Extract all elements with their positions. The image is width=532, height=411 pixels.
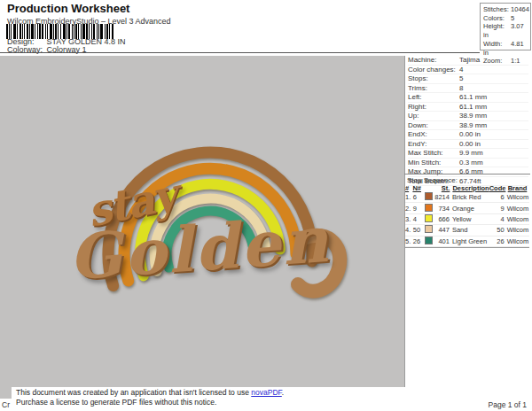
- info-value: 61.1 mm: [459, 93, 528, 102]
- info-row: Stitches: 10464: [483, 5, 530, 14]
- stop-number: 1.: [405, 193, 413, 201]
- thread-color-chip: [425, 237, 433, 244]
- info-row: Max Jump: 6.6 mm: [408, 167, 528, 177]
- thread-description: Brick Red: [452, 193, 490, 201]
- col-header-description: Description: [452, 184, 489, 192]
- info-value: 0.00 in: [459, 140, 528, 149]
- thread-color-chip: [425, 204, 433, 212]
- info-row: Machine: Tajima: [408, 56, 528, 66]
- thread-description: Light Green: [452, 237, 490, 245]
- stop-sequence-divider: [404, 174, 530, 174]
- production-worksheet-page: Production Worksheet Wilcom EmbroiderySt…: [0, 0, 532, 411]
- info-label: Stops:: [408, 74, 459, 83]
- info-label: Trims:: [408, 84, 459, 93]
- machine-info-list: Machine: Tajima Color changes: 4 Stops: …: [408, 56, 528, 186]
- info-row: Width: 4.81 in: [483, 40, 530, 57]
- info-label: Max Stitch:: [408, 149, 459, 158]
- info-value: 38.9 mm: [459, 121, 528, 130]
- col-header-stitch: St.: [424, 184, 450, 192]
- thread-color-chip: [425, 192, 433, 200]
- col-header-needle: N#: [412, 184, 424, 192]
- info-row: Min Stitch: 0.3 mm: [408, 159, 528, 168]
- info-value: 10464: [511, 5, 529, 13]
- info-value: 38.9 mm: [459, 112, 528, 120]
- stop-sequence-row: 2. 9 734 Orange 9 Wilcom: [405, 203, 529, 213]
- notice-period: .: [282, 388, 284, 397]
- info-value: 6.6 mm: [459, 167, 528, 176]
- page-title: Production Worksheet: [7, 2, 129, 15]
- thread-code: 50: [490, 226, 505, 234]
- info-row: Left: 61.1 mm: [408, 93, 528, 103]
- stop-number: 4.: [405, 226, 413, 234]
- thread-code: 6: [490, 193, 505, 201]
- stitch-code: 8214: [434, 193, 450, 201]
- thread-brand: Wilcom: [507, 226, 529, 234]
- info-row: Trims: 8: [408, 84, 528, 94]
- stop-number: 3.: [405, 215, 413, 223]
- stitch-code: 447: [434, 226, 450, 234]
- thread-brand: Wilcom: [507, 237, 529, 245]
- info-value: Tajima: [459, 56, 528, 65]
- thread-swatch: [425, 192, 434, 202]
- col-header-code: Code: [489, 184, 505, 192]
- info-label: Min Stitch:: [408, 159, 459, 167]
- info-label: Machine:: [408, 56, 459, 65]
- thread-swatch: [425, 225, 434, 235]
- stop-number: 5.: [405, 237, 413, 245]
- needle-number: 9: [413, 205, 425, 213]
- license-notice: This document was created by an applicat…: [12, 387, 414, 408]
- info-label: Up:: [408, 112, 459, 120]
- needle-number: 26: [413, 237, 425, 245]
- thread-color-chip: [425, 214, 433, 222]
- thread-description: Orange: [452, 205, 490, 213]
- stitch-code: 734: [434, 205, 450, 213]
- stop-sequence-header: # N# St. Description Code Brand: [405, 184, 529, 192]
- needle-number: 50: [413, 226, 425, 234]
- info-value: 9.9 mm: [459, 149, 528, 158]
- info-label: Height:: [483, 22, 509, 31]
- thread-swatch: [425, 237, 434, 246]
- license-notice-line2: Purchase a license to generate PDF files…: [16, 398, 410, 407]
- needle-number: 4: [413, 215, 425, 223]
- info-label: Left:: [408, 93, 459, 102]
- info-row: Down: 38.9 mm: [408, 121, 528, 131]
- thread-brand: Wilcom: [507, 205, 529, 213]
- stop-sequence-row: 3. 4 666 Yellow 4 Wilcom: [405, 214, 529, 225]
- info-row: Up: 38.9 mm: [408, 112, 528, 121]
- stop-sequence-title: Stop Sequence:: [407, 176, 458, 184]
- info-value: 0.3 mm: [459, 159, 528, 167]
- info-row: Max Stitch: 9.9 mm: [408, 149, 528, 159]
- info-label: Width:: [483, 40, 509, 49]
- info-label: Down:: [408, 121, 459, 130]
- info-value: 5: [459, 74, 528, 83]
- info-row: EndX: 0.00 in: [408, 130, 528, 140]
- info-row: Height: 3.07 in: [483, 22, 530, 39]
- stop-sequence-table: 1. 6 8214 Brick Red 6 Wilcom 2. 9 734 Or…: [405, 192, 529, 248]
- needle-number: 6: [413, 193, 425, 201]
- design-canvas: stay Golden: [0, 56, 405, 399]
- license-notice-line1: This document was created by an applicat…: [16, 388, 410, 398]
- footer-left-fragment: Cr: [2, 400, 10, 409]
- info-label: Color changes:: [408, 66, 459, 74]
- col-header-num: #: [405, 184, 412, 192]
- info-value: 5: [511, 14, 514, 22]
- thread-brand: Wilcom: [507, 193, 529, 201]
- notice-text: This document was created by an applicat…: [16, 388, 251, 397]
- info-label: EndX:: [408, 130, 459, 139]
- col-header-brand: Brand: [508, 184, 529, 192]
- info-label: Max Jump:: [408, 167, 459, 176]
- thread-color-chip: [425, 225, 433, 233]
- thread-code: 26: [490, 237, 505, 245]
- stop-sequence-row: 5. 26 401 Light Green 26 Wilcom: [405, 237, 529, 247]
- stitch-code: 401: [434, 237, 450, 245]
- stop-sequence-row: 4. 50 447 Sand 50 Wilcom: [405, 225, 529, 236]
- thread-code: 4: [490, 215, 505, 223]
- info-label: EndY:: [408, 140, 459, 149]
- stitch-code: 666: [434, 215, 450, 223]
- thread-code: 9: [490, 205, 505, 213]
- novapdf-link[interactable]: novaPDF: [251, 388, 282, 397]
- info-label: Stitches:: [483, 5, 509, 14]
- info-value: 61.1 mm: [459, 103, 528, 112]
- footer-page-number: Page 1 of 1: [489, 400, 527, 409]
- info-row: Stops: 5: [408, 74, 528, 84]
